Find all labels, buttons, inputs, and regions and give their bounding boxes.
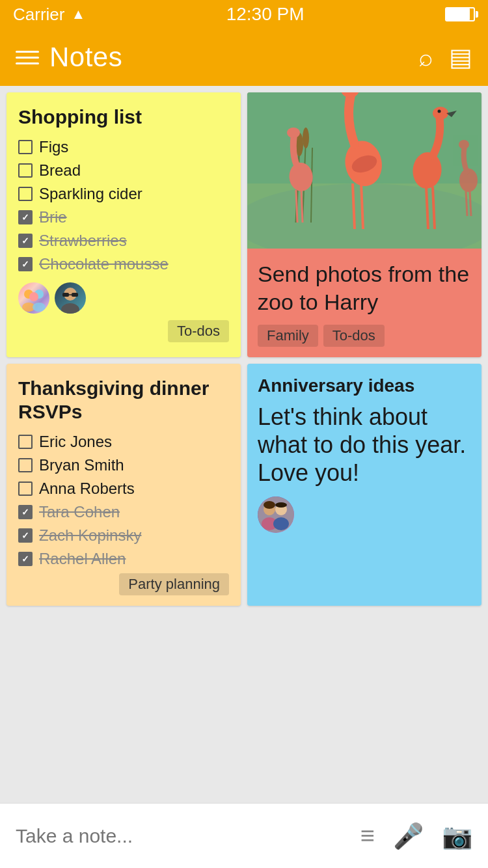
flamingo-note-text: Send photos from the zoo to Harry [247,249,481,325]
flamingo-photo [247,92,481,249]
status-left: Carrier ▲ [13,5,85,25]
flamingo-tags: Family To-dos [247,325,481,357]
checkbox[interactable] [18,481,33,496]
item-text: Strawberries [39,232,127,250]
app-header: Notes ⌕ ▤ [0,29,488,86]
list-item[interactable]: Chocolate mousse [18,255,229,273]
svg-point-31 [287,128,300,138]
flamingo-note[interactable]: Send photos from the zoo to Harry Family… [247,92,481,357]
svg-point-6 [61,303,79,314]
checkbox[interactable] [18,163,33,178]
svg-line-32 [301,190,303,223]
checkbox[interactable] [18,458,33,472]
checkbox[interactable] [18,234,33,248]
party-planning-tag[interactable]: Party planning [119,573,229,595]
status-bar: Carrier ▲ 12:30 PM [0,0,488,29]
thanksgiving-note[interactable]: Thanksgiving dinner RSVPs Eric Jones Bry… [7,364,241,606]
bottom-icons: ≡ 🎤 📷 [360,822,472,850]
svg-point-18 [303,128,309,148]
wifi-icon: ▲ [71,6,85,23]
svg-line-36 [470,191,471,216]
battery-fill [446,8,470,20]
list-item[interactable]: Strawberries [18,232,229,250]
item-text: Bryan Smith [39,456,124,474]
checkbox[interactable] [18,140,33,154]
camera-icon[interactable]: 📷 [442,822,472,850]
svg-point-4 [33,303,46,312]
svg-line-37 [466,191,467,216]
hamburger-icon[interactable] [16,51,39,64]
checkbox[interactable] [18,210,33,224]
couple-avatar-img [258,496,294,533]
svg-rect-13 [247,183,481,249]
shopping-footer: To-dos [18,320,229,342]
shopping-title: Shopping list [18,105,229,129]
status-time: 12:30 PM [226,4,305,25]
list-item[interactable]: Brie [18,208,229,226]
app-title: Notes [49,42,122,73]
avatar-img [18,282,49,314]
svg-rect-9 [72,293,78,297]
item-text: Zach Kopinsky [39,526,141,545]
avatar-img [55,282,86,314]
checkbox[interactable] [18,435,33,449]
svg-point-2 [29,292,38,301]
item-text: Bread [39,161,81,180]
view-toggle-icon[interactable]: ▤ [449,43,472,72]
item-text: Chocolate mousse [39,255,169,273]
take-note-input[interactable] [16,825,360,847]
flamingo-scene [247,92,481,249]
avatar [55,282,86,314]
item-text: Sparkling cider [39,185,142,203]
anniversary-body: Let's think about what to do this year. … [258,403,471,487]
family-tag[interactable]: Family [258,325,318,347]
svg-point-41 [264,501,275,509]
svg-point-27 [438,110,441,113]
svg-rect-8 [62,293,69,297]
list-item[interactable]: Sparkling cider [18,185,229,203]
svg-point-43 [273,517,289,530]
search-icon[interactable]: ⌕ [418,44,433,72]
status-right [445,7,475,21]
anniversary-note[interactable]: Anniversary ideas Let's think about what… [247,364,481,606]
anniversary-title: Anniversary ideas [258,375,471,396]
shopping-list-note[interactable]: Shopping list Figs Bread Sparkling cider… [7,92,241,357]
item-text: Rachel Allen [39,550,126,568]
item-text: Figs [39,138,68,156]
list-item[interactable]: Zach Kopinsky [18,526,229,545]
list-item[interactable]: Anna Roberts [18,480,229,498]
thanksgiving-title: Thanksgiving dinner RSVPs [18,377,229,424]
battery-icon [445,7,475,21]
todos-tag[interactable]: To-dos [323,325,385,347]
couple-avatar [258,496,294,533]
list-item[interactable]: Bryan Smith [18,456,229,474]
thanksgiving-footer: Party planning [18,573,229,595]
header-right: ⌕ ▤ [418,43,472,72]
tag-badge[interactable]: To-dos [168,320,229,342]
checkbox[interactable] [18,528,33,543]
list-item[interactable]: Figs [18,138,229,156]
list-item[interactable]: Tara Cohen [18,503,229,521]
bottom-bar: ≡ 🎤 📷 [0,803,488,868]
checkbox[interactable] [18,552,33,566]
collaborator-avatars [18,282,229,314]
item-text: Anna Roberts [39,480,135,498]
list-item[interactable]: Bread [18,161,229,180]
list-item[interactable]: Eric Jones [18,433,229,451]
checkbox[interactable] [18,187,33,201]
item-text: Tara Cohen [39,503,120,521]
item-text: Brie [39,208,67,226]
checkbox[interactable] [18,257,33,271]
item-text: Eric Jones [39,433,112,451]
svg-line-33 [296,190,297,223]
svg-point-26 [433,107,448,120]
carrier-label: Carrier [13,5,64,25]
list-icon[interactable]: ≡ [360,822,375,850]
avatar [18,282,49,314]
list-item[interactable]: Rachel Allen [18,550,229,568]
svg-point-44 [275,502,287,508]
header-left: Notes [16,42,122,73]
microphone-icon[interactable]: 🎤 [393,822,424,850]
checkbox[interactable] [18,505,33,519]
notes-grid: Shopping list Figs Bread Sparkling cider… [0,86,488,612]
